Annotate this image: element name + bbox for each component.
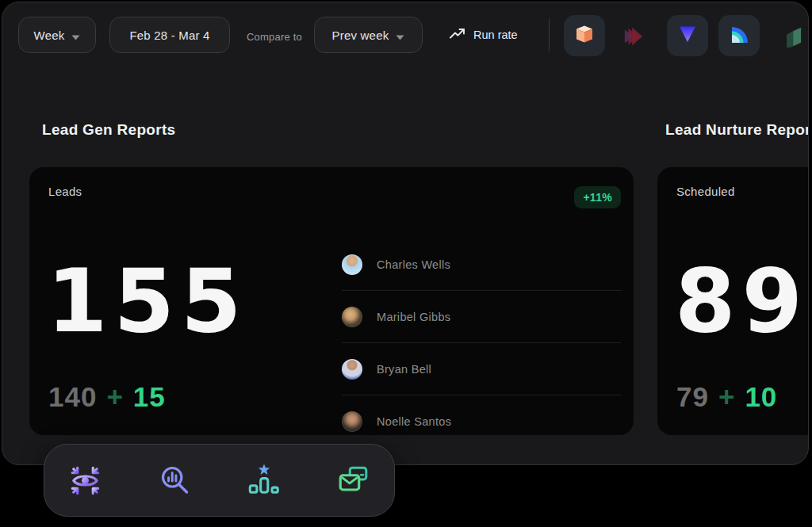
avatar bbox=[342, 359, 362, 380]
list-item[interactable]: Maribel Gibbs bbox=[342, 290, 621, 342]
search-stats-icon[interactable] bbox=[157, 463, 193, 498]
quarter-arcs-icon bbox=[727, 22, 751, 49]
compare-to-label: Compare to bbox=[247, 31, 302, 43]
leads-previous-value: 140 bbox=[48, 381, 97, 413]
person-name: Noelle Santos bbox=[377, 415, 451, 428]
leads-card: Leads +11% 155 140 + 15 Charles Wells Ma… bbox=[29, 167, 634, 435]
scheduled-value: 89 bbox=[675, 258, 809, 345]
chevron-down-icon bbox=[71, 29, 80, 43]
avatar bbox=[342, 411, 362, 432]
scheduled-previous-row: 79 + 10 bbox=[676, 381, 777, 413]
screenshot-root: { "topbar": { "period": { "label": "Week… bbox=[0, 0, 812, 527]
layered-chevrons-icon[interactable] bbox=[619, 25, 649, 48]
leads-value: 155 bbox=[47, 258, 248, 345]
list-item[interactable]: Bryan Bell bbox=[342, 342, 621, 395]
avatar bbox=[342, 254, 362, 275]
lead-gen-title: Lead Gen Reports bbox=[42, 121, 175, 139]
app-tile-2[interactable] bbox=[667, 15, 708, 56]
floating-dock bbox=[44, 444, 395, 517]
mail-stack-icon[interactable] bbox=[335, 462, 372, 498]
funnel-icon bbox=[676, 22, 699, 49]
chevron-down-icon bbox=[396, 29, 404, 43]
leads-card-label: Leads bbox=[48, 185, 82, 198]
trend-up-icon bbox=[449, 26, 465, 43]
period-dropdown-label: Week bbox=[34, 29, 65, 42]
list-item[interactable]: Noelle Santos bbox=[342, 395, 621, 435]
scheduled-card-label: Scheduled bbox=[676, 185, 735, 198]
compare-dropdown[interactable]: Prev week bbox=[314, 17, 423, 53]
person-name: Charles Wells bbox=[377, 258, 450, 271]
leads-delta-sign: + bbox=[106, 381, 123, 413]
leads-previous-row: 140 + 15 bbox=[48, 381, 166, 413]
green-diamonds-icon[interactable] bbox=[784, 26, 805, 48]
scheduled-previous-value: 79 bbox=[676, 381, 709, 413]
list-item[interactable]: Charles Wells bbox=[342, 239, 621, 290]
topbar-divider bbox=[549, 19, 550, 52]
leads-people-list: Charles Wells Maribel Gibbs Bryan Bell N… bbox=[342, 239, 621, 435]
run-rate-label: Run rate bbox=[473, 29, 518, 41]
cube-3d-icon bbox=[573, 22, 596, 49]
date-range-label: Feb 28 - Mar 4 bbox=[129, 29, 209, 42]
app-tile-3[interactable] bbox=[718, 15, 760, 56]
avatar bbox=[342, 307, 362, 327]
scheduled-delta-value: 10 bbox=[745, 381, 777, 413]
person-name: Maribel Gibbs bbox=[377, 311, 450, 323]
focus-eye-icon[interactable] bbox=[67, 462, 104, 499]
run-rate-button[interactable]: Run rate bbox=[449, 26, 518, 43]
compare-dropdown-label: Prev week bbox=[332, 29, 389, 42]
period-dropdown[interactable]: Week bbox=[18, 17, 96, 53]
scheduled-card: Scheduled 89 79 + 10 bbox=[657, 167, 809, 435]
leads-delta-value: 15 bbox=[133, 381, 166, 413]
date-range-button[interactable]: Feb 28 - Mar 4 bbox=[109, 17, 230, 53]
lead-nurture-title: Lead Nurture Reports bbox=[665, 121, 809, 139]
scheduled-delta-sign: + bbox=[718, 381, 735, 413]
person-name: Bryan Bell bbox=[377, 363, 431, 376]
dashboard-window: Week Feb 28 - Mar 4 Compare to Prev week… bbox=[2, 2, 809, 465]
leaderboard-star-icon[interactable] bbox=[246, 462, 282, 498]
leads-change-badge: +11% bbox=[574, 186, 621, 208]
app-tile-1[interactable] bbox=[564, 15, 605, 56]
